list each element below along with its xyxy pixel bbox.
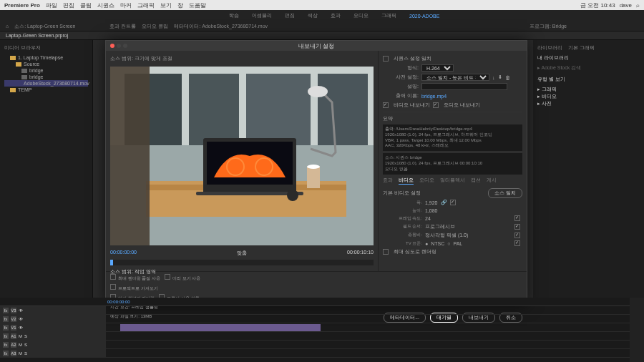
project-tab[interactable]: Laptop-Green Screen.prproj bbox=[6, 33, 68, 38]
mute-icon[interactable]: M bbox=[19, 343, 22, 347]
match-source-button[interactable]: 소스 일치 bbox=[488, 188, 522, 198]
menu-sequence[interactable]: 시퀀스 bbox=[97, 1, 114, 9]
aspect-value[interactable]: 정사각형 픽셀 (1.0) bbox=[425, 232, 468, 239]
tree-item[interactable]: bridge bbox=[4, 74, 88, 80]
video-clip[interactable] bbox=[120, 324, 321, 331]
solo-icon[interactable]: S bbox=[24, 351, 27, 356]
height-value[interactable]: 1,080 bbox=[425, 208, 438, 213]
export-preview[interactable] bbox=[110, 67, 374, 245]
app-name[interactable]: Premiere Pro bbox=[4, 2, 40, 9]
tab-mux[interactable]: 멀티플렉서 bbox=[440, 177, 465, 185]
tab-program[interactable]: 프로그램: Bridge bbox=[530, 23, 567, 30]
lib-group[interactable]: ▸ 사진 bbox=[537, 100, 640, 107]
menu-window[interactable]: 창 bbox=[177, 1, 183, 9]
tv-pal-radio[interactable]: ○ bbox=[447, 241, 450, 246]
preset-select[interactable]: 소스 일치 - 높은 비트 전송률 bbox=[421, 74, 489, 81]
tab-publish[interactable]: 게시 bbox=[487, 177, 497, 185]
eye-icon[interactable]: 👁 bbox=[19, 308, 23, 313]
export-video-checkbox[interactable] bbox=[383, 102, 389, 108]
track-toggle[interactable]: fx bbox=[3, 325, 9, 331]
lib-group[interactable]: ▸ 비디오 bbox=[537, 93, 640, 100]
ws-learn[interactable]: 학습 bbox=[229, 12, 239, 19]
ws-edit[interactable]: 편집 bbox=[285, 12, 295, 19]
track-toggle[interactable]: fx bbox=[3, 333, 9, 339]
tree-item-selected[interactable]: AdobeStock_273680714.mov bbox=[4, 80, 88, 87]
view-dropdown[interactable]: 유형 별 보기 bbox=[537, 76, 640, 83]
home-icon[interactable]: ⌂ bbox=[6, 24, 9, 29]
tree-item[interactable]: bridge bbox=[4, 67, 88, 74]
track-toggle[interactable]: fx bbox=[3, 316, 9, 322]
menu-clip[interactable]: 클립 bbox=[80, 1, 92, 9]
comments-input[interactable] bbox=[421, 83, 507, 90]
tab-fx[interactable]: 효과 컨트롤 bbox=[109, 23, 136, 30]
menu-edit[interactable]: 편집 bbox=[63, 1, 74, 9]
use-preview-checkbox[interactable] bbox=[165, 274, 170, 280]
ws-audio[interactable]: 오디오 bbox=[353, 12, 369, 19]
time-ruler[interactable]: 00:00:00:00 bbox=[0, 298, 630, 306]
tab-caption[interactable]: 캡션 bbox=[471, 177, 481, 185]
menu-file[interactable]: 파일 bbox=[46, 1, 57, 9]
tree-item[interactable]: 1. Laptop Timelapse bbox=[4, 54, 88, 61]
output-name-link[interactable]: bridge.mp4 bbox=[421, 94, 447, 99]
tab-effects[interactable]: 효과 bbox=[383, 177, 393, 185]
track-a2[interactable]: fxA2MS bbox=[0, 341, 630, 349]
tv-ntsc-radio[interactable]: ● bbox=[425, 241, 428, 246]
ws-fx[interactable]: 효과 bbox=[331, 12, 341, 19]
match-order-checkbox[interactable] bbox=[514, 224, 520, 230]
use-max-checkbox[interactable] bbox=[110, 274, 116, 280]
solo-icon[interactable]: S bbox=[24, 334, 27, 338]
width-value[interactable]: 1,920 bbox=[425, 200, 438, 205]
track-a1[interactable]: fxA1MS bbox=[0, 332, 630, 341]
match-aspect-checkbox[interactable] bbox=[514, 233, 520, 238]
stock-search-link[interactable]: Adobe Stock 검색 bbox=[542, 65, 582, 70]
track-v3[interactable]: fxV3👁 bbox=[0, 306, 630, 315]
track-toggle[interactable]: fx bbox=[3, 342, 9, 348]
track-v2[interactable]: fxV2👁 bbox=[0, 315, 630, 323]
format-select[interactable]: H.264 bbox=[421, 64, 454, 72]
fps-value[interactable]: 24 bbox=[425, 216, 431, 221]
match-fps-checkbox[interactable] bbox=[514, 215, 520, 221]
match-tv-checkbox[interactable] bbox=[514, 240, 520, 246]
tree-item[interactable]: TEMP bbox=[4, 87, 88, 93]
source-scale-value[interactable]: 크기에 맞게 조절 bbox=[135, 56, 172, 61]
playhead-time[interactable]: 00:00:00:00 bbox=[107, 300, 130, 304]
import-preset-icon[interactable]: ⬇ bbox=[498, 74, 502, 80]
fit-dropdown[interactable]: 맞춤 bbox=[237, 250, 247, 257]
range-dropdown[interactable]: 작업 영역 bbox=[135, 269, 156, 274]
field-order-value[interactable]: 프로그레시브 bbox=[425, 223, 455, 230]
media-browser-tab[interactable]: 미디어 브라우저 bbox=[4, 44, 88, 52]
menu-view[interactable]: 보기 bbox=[160, 1, 172, 9]
max-depth-checkbox[interactable] bbox=[383, 249, 389, 255]
export-audio-checkbox[interactable] bbox=[433, 102, 439, 108]
ws-custom[interactable]: 2020-ADOBE bbox=[409, 14, 439, 19]
tab-audio[interactable]: 오디오 bbox=[419, 177, 434, 185]
tab-source[interactable]: 소스: Laptop-Green Screen bbox=[14, 23, 75, 30]
tree-item[interactable]: Source bbox=[4, 61, 88, 67]
mute-icon[interactable]: M bbox=[19, 351, 22, 356]
library-dropdown[interactable]: 내 라이브러리 bbox=[537, 54, 640, 62]
track-a3[interactable]: fxA3MS bbox=[0, 349, 630, 358]
match-seq-checkbox[interactable] bbox=[383, 56, 389, 62]
dialog-titlebar[interactable]: 내보내기 설정 bbox=[106, 41, 527, 51]
import-proj-checkbox[interactable] bbox=[110, 284, 116, 290]
timecode-in[interactable]: 00:00:00:00 bbox=[110, 250, 137, 257]
eye-icon[interactable]: 👁 bbox=[19, 326, 23, 330]
track-toggle[interactable]: fx bbox=[3, 351, 9, 356]
eye-icon[interactable]: 👁 bbox=[19, 317, 23, 321]
search-icon[interactable]: ⌕ bbox=[636, 2, 640, 9]
ws-graphics[interactable]: 그래픽 bbox=[381, 12, 396, 19]
tab-metadata[interactable]: 메타데이터: AdobeStock_273680714.mov bbox=[174, 23, 268, 30]
solo-icon[interactable]: S bbox=[24, 343, 27, 347]
track-toggle[interactable]: fx bbox=[3, 308, 9, 313]
ws-color[interactable]: 색상 bbox=[308, 12, 318, 19]
preview-scrubber[interactable] bbox=[110, 260, 374, 265]
mute-icon[interactable]: M bbox=[19, 334, 22, 338]
match-width-checkbox[interactable] bbox=[450, 200, 456, 205]
track-v1[interactable]: fxV1👁 bbox=[0, 323, 630, 332]
lib-group[interactable]: ▸ 그래픽 bbox=[537, 86, 640, 93]
save-preset-icon[interactable]: ↓ bbox=[492, 75, 495, 80]
tab-audio[interactable]: 오디오 클립 bbox=[142, 23, 168, 30]
ws-assembly[interactable]: 어셈블리 bbox=[252, 12, 272, 19]
close-icon[interactable] bbox=[110, 44, 114, 48]
link-icon[interactable]: 🔗 bbox=[441, 200, 447, 205]
